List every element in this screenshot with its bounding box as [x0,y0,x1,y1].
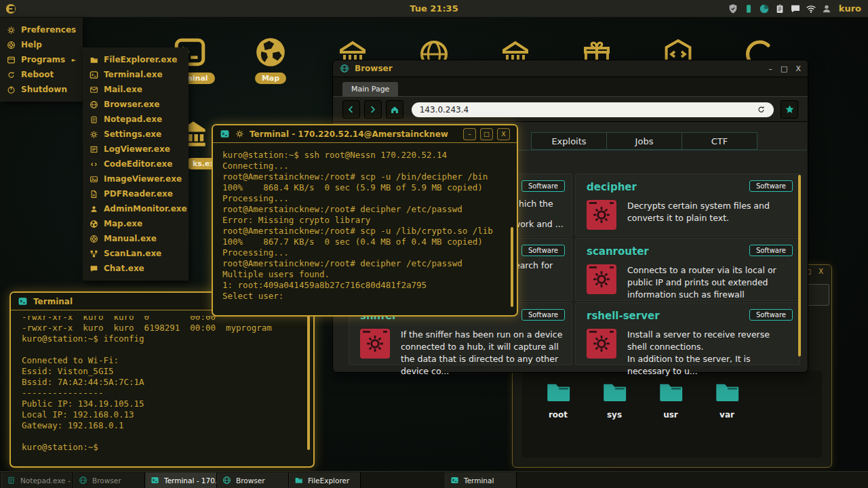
terminal-line [22,431,302,442]
disk-usage-icon[interactable] [759,3,770,14]
menu-item-programs[interactable]: Programs► [0,52,83,67]
mail-icon [90,85,98,94]
lifebuoy-icon [7,41,16,49]
terminal-titlebar[interactable]: Terminal - 170.220.52.14@Amerstaincknew … [213,125,517,143]
close-button[interactable]: X [818,268,823,275]
gear-icon[interactable] [235,129,244,138]
software-badge: Software [749,245,793,256]
submenu-item-manual-exe[interactable]: Manual.exe [83,231,189,246]
desktop-icon-label: Map [255,73,286,84]
terminal-output[interactable]: -rwxr-xr-x kuro kuro 0 00:00-rwxr-xr-x k… [22,316,302,461]
submenu-item-label: ScanLan.exe [104,249,161,258]
map-globe-icon [253,35,288,69]
folder-var[interactable]: var [706,378,748,458]
folder-sys[interactable]: sys [593,378,635,458]
menu-item-shutdown[interactable]: Shutdown [0,82,83,97]
submenu-item-label: CodeEditor.exe [104,159,172,169]
taskbar-item-terminal[interactable]: Terminal [445,472,517,488]
username[interactable]: kuro [839,3,861,14]
software-card-rshell-server[interactable]: rshell-serverSoftwareInstall a server to… [575,302,800,365]
desktop-icon-map[interactable]: Map [241,35,300,84]
site-tab-jobs[interactable]: Jobs [606,132,682,150]
globesolid-icon [90,220,98,228]
file-explorer-scroll-box[interactable] [805,284,829,306]
submenu-item-mail-exe[interactable]: Mail.exe [83,82,189,97]
submenu-item-pdfreader-exe[interactable]: PDFReader.exe [83,186,189,201]
menu-item-help[interactable]: Help [0,37,83,52]
software-title[interactable]: rshell-server [587,310,660,322]
submenu-item-scanlan-exe[interactable]: ScanLan.exe [83,246,189,261]
submenu-item-label: LogViewer.exe [104,144,170,154]
folder-root[interactable]: root [537,378,579,458]
page-scrollbar[interactable] [798,175,801,357]
folder-usr[interactable]: usr [650,378,692,458]
site-tab-exploits[interactable]: Exploits [531,132,607,150]
submenu-item-label: ImageViewer.exe [104,174,182,184]
chat-icon[interactable] [790,3,801,14]
software-card-scanrouter[interactable]: scanrouterSoftwareConnects to a router v… [575,238,800,301]
terminal-line: 100% 868.4 KB/s 0 sec (5.9 MB of 5.9 MB … [222,182,506,193]
terminal-line [22,344,302,355]
reboot-icon [7,70,16,79]
power-icon [7,85,16,94]
terminal-line: Local IP: 192.168.0.13 [22,409,302,420]
forward-button[interactable] [364,100,382,119]
terminal-icon [18,296,28,306]
site-tab-ctf[interactable]: CTF [682,132,757,150]
submenu-item-label: Browser.exe [104,100,159,109]
terminal-output[interactable]: kuro@station:~$ ssh root@Nessn 170.220.5… [222,150,506,310]
close-button[interactable]: X [795,64,801,73]
submenu-item-map-exe[interactable]: Map.exe [83,216,189,231]
refresh-icon[interactable] [757,105,766,114]
globe-icon [222,476,231,485]
taskbar-item-notepad-exe-h[interactable]: Notepad.exe - /h... [1,472,73,488]
menu-item-preferences[interactable]: Preferences [0,22,83,37]
globe-icon [79,476,87,485]
bookmark-button[interactable] [781,100,798,119]
terminal-scrollbar[interactable] [511,227,513,307]
minimize-button[interactable]: – [463,128,476,140]
software-title[interactable]: decipher [587,181,637,193]
submenu-item-logviewer-exe[interactable]: LogViewer.exe [83,142,189,157]
browser-tab-main-page[interactable]: Main Page [342,82,398,96]
folder-icon [90,56,98,64]
submenu-item-codeeditor-exe[interactable]: CodeEditor.exe [83,157,189,171]
terminal-line: Gateway: 192.168.0.1 [22,420,302,431]
close-button[interactable]: X [497,128,510,140]
browser-tabstrip: Main Page [333,77,808,97]
submenu-item-settings-exe[interactable]: Settings.exe [83,127,189,142]
taskbar-item-browser[interactable]: Browser [73,472,145,488]
submenu-item-label: Settings.exe [104,129,161,139]
wifi-icon[interactable] [806,3,816,14]
home-icon [390,105,399,115]
taskbar-item-fileexplorer[interactable]: FileExplorer [289,472,361,488]
submenu-item-chat-exe[interactable]: Chat.exe [83,261,189,276]
minimize-button[interactable]: – [769,64,773,73]
chevron-right-icon [368,105,377,114]
avatar-icon[interactable] [821,3,832,14]
software-title[interactable]: scanrouter [587,245,649,258]
battery-icon[interactable] [743,3,754,14]
submenu-item-imageviewer-exe[interactable]: ImageViewer.exe [83,171,189,186]
terminal-scrollbar[interactable] [307,306,310,450]
clipboard-icon [774,3,785,14]
browser-titlebar[interactable]: Browser – □ X [333,60,808,77]
maximize-button[interactable]: □ [781,64,787,73]
taskbar-item-terminal-170-22[interactable]: Terminal - 170.22... [145,472,217,488]
submenu-item-browser-exe[interactable]: Browser.exe [83,97,189,112]
url-bar[interactable]: 143.0.243.4 [412,102,774,117]
submenu-item-terminal-exe[interactable]: Terminal.exe [83,67,189,82]
software-card-decipher[interactable]: decipherSoftwareDecrypts certain system … [575,174,800,237]
maximize-button[interactable]: □ [480,128,493,140]
submenu-item-notepad-exe[interactable]: Notepad.exe [83,112,189,127]
back-button[interactable] [342,100,360,119]
window-title: Terminal [33,297,73,306]
taskbar-item-browser[interactable]: Browser [217,472,289,488]
clipboard-icon[interactable] [774,3,785,14]
submenu-item-fileexplorer-exe[interactable]: FileExplorer.exe [83,52,189,67]
home-button[interactable] [386,100,403,119]
shield-check-icon[interactable] [728,3,738,14]
menu-item-reboot[interactable]: Reboot [0,67,83,82]
folder-label: var [719,410,734,420]
submenu-item-adminmonitor-exe[interactable]: AdminMonitor.exe [83,201,189,216]
